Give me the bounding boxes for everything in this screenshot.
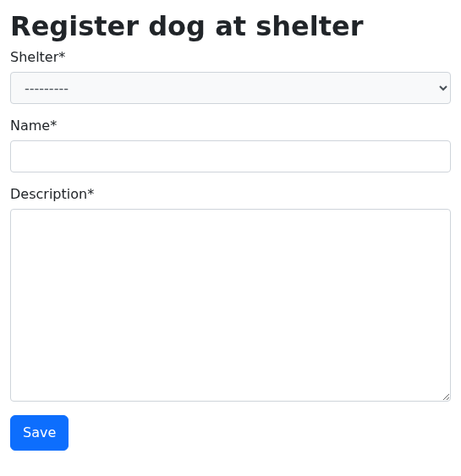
register-dog-form: Shelter* --------- Name* Description* Sa… xyxy=(10,49,451,451)
description-label: Description* xyxy=(10,186,451,202)
description-field-group: Description* xyxy=(10,186,451,402)
shelter-select[interactable]: --------- xyxy=(10,72,451,104)
shelter-label: Shelter* xyxy=(10,49,451,65)
description-textarea[interactable] xyxy=(10,209,451,402)
page-title: Register dog at shelter xyxy=(10,10,451,42)
shelter-field-group: Shelter* --------- xyxy=(10,49,451,104)
name-field-group: Name* xyxy=(10,118,451,172)
save-button[interactable]: Save xyxy=(10,415,69,451)
name-input[interactable] xyxy=(10,140,451,172)
name-label: Name* xyxy=(10,118,451,134)
